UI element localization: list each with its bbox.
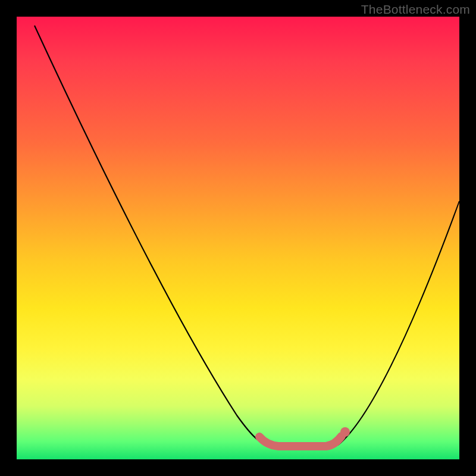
bottom-highlight bbox=[259, 436, 342, 446]
highlight-dot bbox=[340, 427, 350, 437]
chart-svg bbox=[17, 17, 459, 459]
left-curve bbox=[35, 26, 273, 446]
watermark-text: TheBottleneck.com bbox=[361, 2, 470, 17]
chart-frame: TheBottleneck.com bbox=[0, 0, 476, 476]
plot-area bbox=[17, 17, 459, 459]
right-curve bbox=[338, 201, 459, 445]
